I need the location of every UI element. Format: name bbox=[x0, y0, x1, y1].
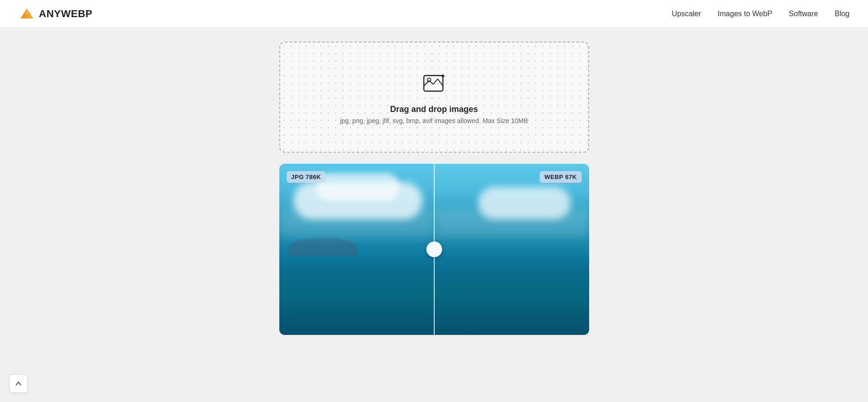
nav-link-images-to-webp[interactable]: Images to WebP bbox=[718, 10, 772, 18]
drop-zone[interactable]: Drag and drop images jpg, png, jpeg, jfi… bbox=[279, 42, 589, 153]
cloud-decoration-2 bbox=[316, 173, 400, 201]
nav-item-images-to-webp[interactable]: Images to WebP bbox=[718, 10, 772, 18]
navbar: ANYWEBP Upscaler Images to WebP Software… bbox=[0, 0, 868, 28]
jpg-label: JPG 786K bbox=[287, 171, 326, 183]
horizon-haze-left bbox=[279, 210, 434, 238]
nav-link-blog[interactable]: Blog bbox=[835, 10, 850, 18]
drop-zone-title: Drag and drop images bbox=[390, 105, 478, 114]
image-sparkle-icon bbox=[420, 70, 448, 98]
wave-overlay-left bbox=[279, 256, 434, 335]
logo-icon bbox=[18, 6, 35, 22]
horizon-haze-right bbox=[434, 210, 589, 238]
logo-text: ANYWEBP bbox=[39, 8, 92, 20]
nav-item-blog[interactable]: Blog bbox=[835, 10, 850, 18]
comparison-handle[interactable] bbox=[426, 241, 442, 257]
main-content: Drag and drop images jpg, png, jpeg, jfi… bbox=[0, 28, 868, 349]
scroll-to-top-button[interactable] bbox=[9, 374, 28, 393]
wave-overlay-right bbox=[434, 256, 589, 335]
comparison-right-panel bbox=[434, 164, 589, 335]
webp-label: WEBP 67K bbox=[540, 171, 581, 183]
chevron-up-icon bbox=[15, 380, 22, 387]
mountain-decoration bbox=[289, 238, 358, 256]
nav-link-upscaler[interactable]: Upscaler bbox=[672, 10, 701, 18]
drop-zone-subtitle: jpg, png, jpeg, jfif, svg, bmp, avif ima… bbox=[340, 117, 528, 124]
nav-link-software[interactable]: Software bbox=[789, 10, 818, 18]
nav-item-upscaler[interactable]: Upscaler bbox=[672, 10, 701, 18]
nav-menu: Upscaler Images to WebP Software Blog bbox=[672, 10, 850, 18]
nav-item-software[interactable]: Software bbox=[789, 10, 818, 18]
logo-link[interactable]: ANYWEBP bbox=[18, 6, 92, 22]
comparison-left-panel bbox=[279, 164, 434, 335]
image-comparison[interactable]: JPG 786K WEBP 67K bbox=[279, 164, 589, 335]
